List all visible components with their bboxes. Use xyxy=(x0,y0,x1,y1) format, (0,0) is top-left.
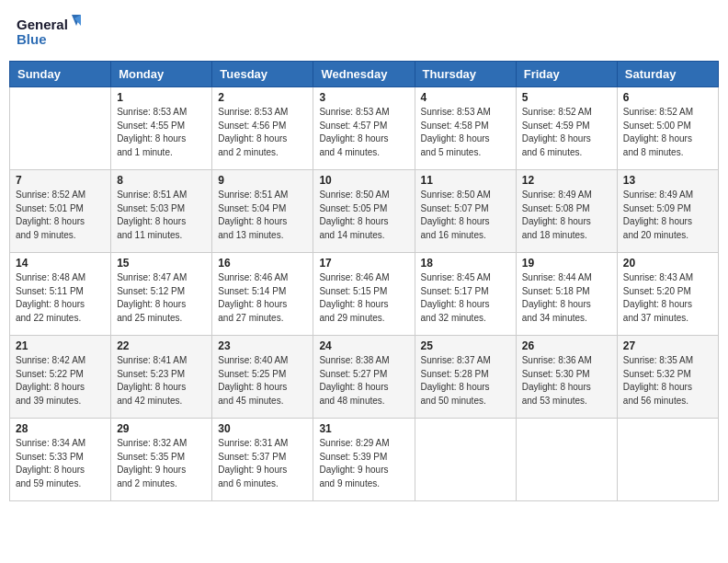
day-number: 19 xyxy=(522,257,611,270)
day-number: 18 xyxy=(421,257,510,270)
day-number: 3 xyxy=(319,91,408,104)
day-number: 26 xyxy=(522,339,611,352)
day-cell: 4Sunrise: 8:53 AMSunset: 4:58 PMDaylight… xyxy=(415,87,516,170)
day-info: Sunrise: 8:48 AMSunset: 5:11 PMDaylight:… xyxy=(16,271,105,325)
day-info: Sunrise: 8:43 AMSunset: 5:20 PMDaylight:… xyxy=(623,271,712,325)
week-row-2: 7Sunrise: 8:52 AMSunset: 5:01 PMDaylight… xyxy=(10,170,719,253)
day-number: 17 xyxy=(319,257,408,270)
day-cell: 10Sunrise: 8:50 AMSunset: 5:05 PMDayligh… xyxy=(313,170,415,253)
day-number: 16 xyxy=(218,257,307,270)
col-header-monday: Monday xyxy=(111,62,212,87)
col-header-saturday: Saturday xyxy=(617,62,718,87)
day-number: 14 xyxy=(16,257,105,270)
day-cell: 20Sunrise: 8:43 AMSunset: 5:20 PMDayligh… xyxy=(617,253,718,336)
day-cell: 12Sunrise: 8:49 AMSunset: 5:08 PMDayligh… xyxy=(516,170,617,253)
day-number: 24 xyxy=(319,339,408,352)
day-info: Sunrise: 8:42 AMSunset: 5:22 PMDaylight:… xyxy=(16,354,105,408)
day-info: Sunrise: 8:47 AMSunset: 5:12 PMDaylight:… xyxy=(117,271,206,325)
day-info: Sunrise: 8:52 AMSunset: 4:59 PMDaylight:… xyxy=(522,106,611,159)
day-info: Sunrise: 8:51 AMSunset: 5:04 PMDaylight:… xyxy=(218,189,307,242)
day-cell: 18Sunrise: 8:45 AMSunset: 5:17 PMDayligh… xyxy=(415,253,516,336)
day-cell: 29Sunrise: 8:32 AMSunset: 5:35 PMDayligh… xyxy=(111,419,212,501)
day-info: Sunrise: 8:41 AMSunset: 5:23 PMDaylight:… xyxy=(117,354,206,408)
day-info: Sunrise: 8:53 AMSunset: 4:58 PMDaylight:… xyxy=(421,106,510,159)
logo: General Blue xyxy=(17,13,81,50)
day-number: 20 xyxy=(623,257,712,270)
day-info: Sunrise: 8:37 AMSunset: 5:28 PMDaylight:… xyxy=(421,354,510,408)
week-row-4: 21Sunrise: 8:42 AMSunset: 5:22 PMDayligh… xyxy=(10,336,719,419)
col-header-tuesday: Tuesday xyxy=(212,62,313,87)
day-number: 5 xyxy=(522,91,611,104)
day-cell: 15Sunrise: 8:47 AMSunset: 5:12 PMDayligh… xyxy=(111,253,212,336)
day-info: Sunrise: 8:46 AMSunset: 5:15 PMDaylight:… xyxy=(319,271,408,325)
header: General Blue xyxy=(9,9,719,53)
day-number: 28 xyxy=(16,422,105,435)
day-cell: 27Sunrise: 8:35 AMSunset: 5:32 PMDayligh… xyxy=(617,336,718,419)
day-info: Sunrise: 8:50 AMSunset: 5:05 PMDaylight:… xyxy=(319,189,408,242)
day-cell: 1Sunrise: 8:53 AMSunset: 4:55 PMDaylight… xyxy=(111,87,212,170)
day-cell: 6Sunrise: 8:52 AMSunset: 5:00 PMDaylight… xyxy=(617,87,718,170)
day-number: 13 xyxy=(623,174,712,187)
day-info: Sunrise: 8:50 AMSunset: 5:07 PMDaylight:… xyxy=(421,189,510,242)
day-info: Sunrise: 8:53 AMSunset: 4:55 PMDaylight:… xyxy=(117,106,206,159)
day-cell: 13Sunrise: 8:49 AMSunset: 5:09 PMDayligh… xyxy=(617,170,718,253)
day-info: Sunrise: 8:31 AMSunset: 5:37 PMDaylight:… xyxy=(218,437,307,490)
day-number: 10 xyxy=(319,174,408,187)
day-info: Sunrise: 8:49 AMSunset: 5:09 PMDaylight:… xyxy=(623,189,712,242)
day-info: Sunrise: 8:53 AMSunset: 4:56 PMDaylight:… xyxy=(218,106,307,159)
day-info: Sunrise: 8:38 AMSunset: 5:27 PMDaylight:… xyxy=(319,354,408,408)
day-number: 15 xyxy=(117,257,206,270)
day-cell: 2Sunrise: 8:53 AMSunset: 4:56 PMDaylight… xyxy=(212,87,313,170)
day-info: Sunrise: 8:45 AMSunset: 5:17 PMDaylight:… xyxy=(421,271,510,325)
day-info: Sunrise: 8:35 AMSunset: 5:32 PMDaylight:… xyxy=(623,354,712,408)
day-info: Sunrise: 8:40 AMSunset: 5:25 PMDaylight:… xyxy=(218,354,307,408)
column-header-row: SundayMondayTuesdayWednesdayThursdayFrid… xyxy=(10,62,719,87)
svg-text:General: General xyxy=(17,17,68,32)
day-info: Sunrise: 8:49 AMSunset: 5:08 PMDaylight:… xyxy=(522,189,611,242)
day-number: 9 xyxy=(218,174,307,187)
day-number: 27 xyxy=(623,339,712,352)
day-info: Sunrise: 8:51 AMSunset: 5:03 PMDaylight:… xyxy=(117,189,206,242)
day-cell: 31Sunrise: 8:29 AMSunset: 5:39 PMDayligh… xyxy=(313,419,415,501)
day-number: 22 xyxy=(117,339,206,352)
day-cell: 26Sunrise: 8:36 AMSunset: 5:30 PMDayligh… xyxy=(516,336,617,419)
day-number: 30 xyxy=(218,422,307,435)
week-row-5: 28Sunrise: 8:34 AMSunset: 5:33 PMDayligh… xyxy=(10,419,719,501)
col-header-wednesday: Wednesday xyxy=(313,62,415,87)
day-info: Sunrise: 8:52 AMSunset: 5:01 PMDaylight:… xyxy=(16,189,105,242)
day-number: 8 xyxy=(117,174,206,187)
day-cell: 30Sunrise: 8:31 AMSunset: 5:37 PMDayligh… xyxy=(212,419,313,501)
day-cell: 19Sunrise: 8:44 AMSunset: 5:18 PMDayligh… xyxy=(516,253,617,336)
day-cell: 7Sunrise: 8:52 AMSunset: 5:01 PMDaylight… xyxy=(10,170,111,253)
day-number: 25 xyxy=(421,339,510,352)
day-number: 12 xyxy=(522,174,611,187)
day-number: 29 xyxy=(117,422,206,435)
day-cell: 11Sunrise: 8:50 AMSunset: 5:07 PMDayligh… xyxy=(415,170,516,253)
svg-text:Blue: Blue xyxy=(17,31,47,47)
day-cell: 14Sunrise: 8:48 AMSunset: 5:11 PMDayligh… xyxy=(10,253,111,336)
day-cell xyxy=(415,419,516,501)
day-info: Sunrise: 8:32 AMSunset: 5:35 PMDaylight:… xyxy=(117,437,206,490)
day-info: Sunrise: 8:44 AMSunset: 5:18 PMDaylight:… xyxy=(522,271,611,325)
day-cell: 17Sunrise: 8:46 AMSunset: 5:15 PMDayligh… xyxy=(313,253,415,336)
day-number: 21 xyxy=(16,339,105,352)
logo-svg: General Blue xyxy=(17,13,81,50)
day-number: 23 xyxy=(218,339,307,352)
week-row-3: 14Sunrise: 8:48 AMSunset: 5:11 PMDayligh… xyxy=(10,253,719,336)
day-cell: 5Sunrise: 8:52 AMSunset: 4:59 PMDaylight… xyxy=(516,87,617,170)
day-cell: 25Sunrise: 8:37 AMSunset: 5:28 PMDayligh… xyxy=(415,336,516,419)
day-cell: 16Sunrise: 8:46 AMSunset: 5:14 PMDayligh… xyxy=(212,253,313,336)
day-number: 6 xyxy=(623,91,712,104)
day-cell xyxy=(516,419,617,501)
day-info: Sunrise: 8:36 AMSunset: 5:30 PMDaylight:… xyxy=(522,354,611,408)
day-info: Sunrise: 8:46 AMSunset: 5:14 PMDaylight:… xyxy=(218,271,307,325)
day-number: 11 xyxy=(421,174,510,187)
day-cell: 22Sunrise: 8:41 AMSunset: 5:23 PMDayligh… xyxy=(111,336,212,419)
day-cell: 24Sunrise: 8:38 AMSunset: 5:27 PMDayligh… xyxy=(313,336,415,419)
day-info: Sunrise: 8:34 AMSunset: 5:33 PMDaylight:… xyxy=(16,437,105,490)
col-header-thursday: Thursday xyxy=(415,62,516,87)
col-header-friday: Friday xyxy=(516,62,617,87)
day-number: 2 xyxy=(218,91,307,104)
col-header-sunday: Sunday xyxy=(10,62,111,87)
day-cell xyxy=(617,419,718,501)
